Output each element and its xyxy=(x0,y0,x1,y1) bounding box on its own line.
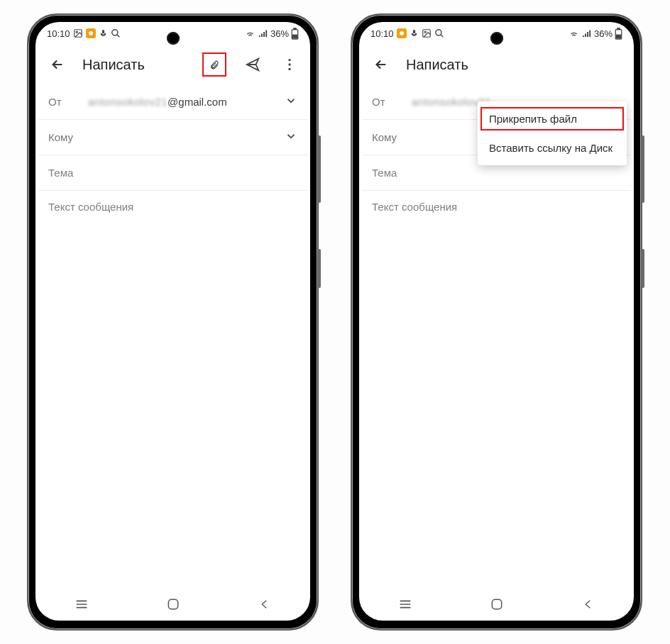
gallery-icon xyxy=(422,28,432,38)
status-time: 10:10 xyxy=(47,28,70,39)
svg-point-7 xyxy=(288,63,290,65)
phone-mockup-left: 10:10 36% xyxy=(27,13,319,631)
svg-rect-22 xyxy=(492,599,501,609)
nav-bar xyxy=(35,588,310,621)
svg-point-15 xyxy=(435,30,441,35)
body-row[interactable]: Текст сообщения xyxy=(362,191,631,226)
svg-rect-4 xyxy=(294,28,296,29)
subject-placeholder: Тема xyxy=(372,167,397,179)
front-camera xyxy=(167,32,180,45)
menu-insert-drive-link[interactable]: Вставить ссылку на Диск xyxy=(478,133,627,162)
battery-text: 36% xyxy=(594,28,613,39)
app-bar: Написать xyxy=(359,45,634,84)
app-notification-icon xyxy=(86,28,96,38)
to-label: Кому xyxy=(372,131,402,143)
battery-icon xyxy=(615,28,622,40)
to-row[interactable]: Кому xyxy=(38,120,307,155)
app-title: Написать xyxy=(82,57,190,73)
from-label: От xyxy=(372,96,402,108)
svg-point-1 xyxy=(76,31,77,33)
wifi-icon xyxy=(245,28,256,39)
app-title: Написать xyxy=(406,57,625,73)
svg-point-14 xyxy=(424,31,426,33)
svg-point-6 xyxy=(288,59,290,61)
search-icon xyxy=(111,28,121,38)
battery-icon xyxy=(291,28,299,40)
signal-icon xyxy=(581,28,592,39)
chevron-down-icon[interactable] xyxy=(285,130,297,145)
back-nav-button[interactable] xyxy=(571,598,606,611)
app-bar: Написать xyxy=(35,45,310,84)
svg-point-8 xyxy=(288,68,290,70)
volume-button xyxy=(318,135,321,203)
to-label: Кому xyxy=(48,131,78,143)
mic-icon xyxy=(99,29,108,38)
menu-attach-file[interactable]: Прикрепить файл xyxy=(478,104,627,133)
svg-rect-12 xyxy=(168,599,177,609)
phone-mockup-right: 10:10 36% xyxy=(351,13,642,631)
status-time: 10:10 xyxy=(370,28,394,39)
app-notification-icon xyxy=(397,28,407,38)
body-placeholder: Текст сообщения xyxy=(48,201,133,213)
home-button[interactable] xyxy=(479,597,515,611)
home-button[interactable] xyxy=(155,597,191,611)
body-row[interactable]: Текст сообщения xyxy=(38,191,307,226)
subject-row[interactable]: Тема xyxy=(38,155,307,191)
gallery-icon xyxy=(73,28,83,38)
svg-point-2 xyxy=(111,30,117,35)
front-camera xyxy=(490,32,503,45)
chevron-down-icon[interactable] xyxy=(285,94,297,109)
screen: 10:10 36% xyxy=(359,22,634,621)
body-placeholder: Текст сообщения xyxy=(372,201,457,213)
from-row[interactable]: От antonsokolov21@gmail.com xyxy=(38,84,307,120)
wifi-icon xyxy=(569,28,579,39)
back-button[interactable] xyxy=(45,52,70,77)
svg-rect-5 xyxy=(293,35,297,38)
from-label: От xyxy=(48,96,78,108)
search-icon xyxy=(434,28,444,38)
recents-button[interactable] xyxy=(64,599,99,610)
back-button[interactable] xyxy=(369,52,393,77)
signal-icon xyxy=(258,28,268,39)
mic-icon xyxy=(410,29,419,38)
battery-text: 36% xyxy=(270,28,289,39)
nav-bar xyxy=(359,588,634,621)
volume-button xyxy=(642,135,644,203)
send-button[interactable] xyxy=(241,52,265,77)
more-button[interactable] xyxy=(278,52,302,77)
svg-rect-18 xyxy=(617,35,621,38)
recents-button[interactable] xyxy=(388,599,423,610)
svg-rect-17 xyxy=(617,28,620,29)
attach-button[interactable] xyxy=(202,52,226,77)
power-button xyxy=(642,249,644,288)
from-value: antonsokolov21@gmail.com xyxy=(88,96,275,108)
power-button xyxy=(318,249,321,288)
attach-menu: Прикрепить файл Вставить ссылку на Диск xyxy=(478,101,627,165)
back-nav-button[interactable] xyxy=(247,598,282,611)
subject-placeholder: Тема xyxy=(48,167,73,179)
screen: 10:10 36% xyxy=(35,22,310,621)
